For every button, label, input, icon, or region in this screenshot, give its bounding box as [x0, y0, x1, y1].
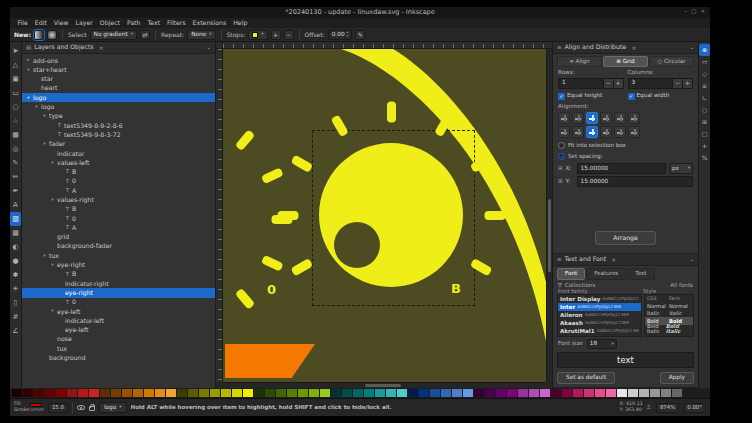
palette-swatch[interactable] [199, 389, 209, 397]
palette-swatch[interactable] [34, 389, 44, 397]
opacity-field[interactable]: 15.0 [48, 403, 68, 413]
canvas-drawing[interactable]: 0 B [223, 49, 546, 382]
expander-icon[interactable]: ▾ [49, 263, 56, 268]
expander-icon[interactable]: ▾ [41, 254, 48, 259]
font-row[interactable]: AileronAaBbCcIiPpQq12369 [558, 311, 641, 319]
palette-swatch[interactable] [144, 389, 154, 397]
layer-row[interactable]: ▾values-right [22, 195, 215, 204]
spray-tool[interactable]: ✳ [10, 282, 21, 296]
font-size-select[interactable]: 18 ▾ [587, 339, 617, 349]
palette-swatch[interactable] [254, 389, 264, 397]
palette-swatch[interactable] [210, 389, 220, 397]
expander-icon[interactable]: ▾ [41, 114, 48, 119]
palette-swatch[interactable] [595, 389, 605, 397]
calligraphy-tool[interactable]: ✒ [10, 184, 21, 198]
palette-swatch[interactable] [474, 389, 484, 397]
align-option-button[interactable] [572, 126, 584, 138]
layer-visibility-icon[interactable] [77, 405, 85, 410]
layer-row[interactable]: indicator [22, 149, 215, 158]
snap-nodes-icon[interactable]: ◇ [699, 68, 710, 80]
snap-distribution-icon[interactable]: ∟ [699, 92, 710, 104]
palette-swatch[interactable] [452, 389, 462, 397]
palette-swatch[interactable] [562, 389, 572, 397]
style-row[interactable]: NormalNormal [645, 302, 693, 310]
color-picker-tool[interactable]: ◐ [10, 240, 21, 254]
palette-swatch[interactable] [584, 389, 594, 397]
vertical-scrollbar[interactable] [546, 49, 552, 382]
palette-swatch[interactable] [573, 389, 583, 397]
layer-row[interactable]: background [22, 354, 215, 363]
columns-decrement-button[interactable]: − [673, 78, 683, 89]
menu-file[interactable]: File [14, 20, 31, 26]
node-editor-tool[interactable]: △ [10, 58, 21, 72]
linear-gradient-button[interactable] [34, 30, 44, 40]
layer-row[interactable]: nose [22, 335, 215, 344]
gradient-select[interactable]: No gradient ▾ [90, 30, 137, 40]
palette-swatch[interactable] [672, 389, 682, 397]
layer-row[interactable]: Ttext5349-9-8-3-72 [22, 130, 215, 139]
palette-swatch[interactable] [430, 389, 440, 397]
pencil-tool[interactable]: ✎ [10, 156, 21, 170]
palette-swatch[interactable] [166, 389, 176, 397]
palette-swatch[interactable] [155, 389, 165, 397]
palette-swatch[interactable] [529, 389, 539, 397]
palette-swatch[interactable] [122, 389, 132, 397]
menu-layer[interactable]: Layer [72, 20, 96, 26]
layer-row[interactable]: indicator-left [22, 316, 215, 325]
ruler-corner[interactable] [216, 42, 223, 49]
stops-select[interactable]: ▾ [248, 30, 267, 40]
palette-swatch[interactable] [364, 389, 374, 397]
align-option-button[interactable] [614, 126, 626, 138]
snap-guides-icon[interactable]: ○ [699, 104, 710, 116]
spinner-arrows[interactable]: ▴ ▾ [347, 31, 349, 38]
rows-spinner[interactable]: 1 − + [558, 78, 624, 89]
style-row[interactable]: Bold ItalicBold Italic [645, 325, 693, 333]
palette-swatch[interactable] [177, 389, 187, 397]
menu-text[interactable]: Text [144, 20, 164, 26]
eraser-tool[interactable]: ▯ [10, 296, 21, 310]
rectangle-tool[interactable]: ▭ [10, 86, 21, 100]
spin-down-icon[interactable]: ▾ [347, 35, 349, 39]
gradient-tool[interactable]: ▥ [10, 212, 21, 226]
palette-swatch[interactable] [540, 389, 550, 397]
expander-icon[interactable]: ▸ [25, 58, 32, 63]
fill-swatch[interactable] [30, 403, 42, 407]
titlebar[interactable]: *20240130 - update - linuxdaw.svg - Inks… [10, 7, 710, 18]
unit-select[interactable]: px ▾ [669, 163, 693, 174]
layer-row[interactable]: ▾type [22, 112, 215, 121]
columns-increment-button[interactable]: + [683, 78, 693, 89]
palette-swatch[interactable] [45, 389, 55, 397]
menu-help[interactable]: Help [230, 20, 251, 26]
expander-icon[interactable]: ▾ [49, 198, 56, 203]
layer-row[interactable]: indicator-right [22, 279, 215, 288]
expander-icon[interactable]: ▾ [33, 105, 40, 110]
layer-row[interactable]: ▾fader [22, 140, 215, 149]
align-option-button[interactable] [586, 112, 598, 124]
palette-swatch[interactable] [298, 389, 308, 397]
palette-swatch[interactable] [518, 389, 528, 397]
palette-swatch[interactable] [133, 389, 143, 397]
palette-swatch[interactable] [551, 389, 561, 397]
selector-tool[interactable]: ➤ [10, 44, 21, 58]
box-3d-tool[interactable]: ▦ [10, 128, 21, 142]
layer-row[interactable]: TB [22, 270, 215, 279]
text-tool[interactable]: A [10, 198, 21, 212]
align-option-button[interactable] [628, 126, 640, 138]
close-button[interactable]: × [700, 9, 705, 15]
palette-swatch[interactable] [265, 389, 275, 397]
palette-swatch[interactable] [650, 389, 660, 397]
add-stop-button[interactable]: + [271, 30, 281, 40]
palette-swatch[interactable] [485, 389, 495, 397]
layer-select[interactable]: logo ▾ [99, 402, 127, 413]
layer-row[interactable]: T0 [22, 214, 215, 223]
measure-tool[interactable]: ∠ [10, 324, 21, 338]
align-option-button[interactable] [572, 112, 584, 124]
align-option-button[interactable] [614, 112, 626, 124]
layer-row[interactable]: TA [22, 186, 215, 195]
align-option-button[interactable] [600, 126, 612, 138]
snap-alignment-icon[interactable]: ≡ [699, 80, 710, 92]
vertical-scrollbar-thumb[interactable] [548, 199, 551, 272]
zoom-field[interactable]: 874% [656, 403, 679, 413]
menu-extensions[interactable]: Extensions [189, 20, 230, 26]
repeat-select[interactable]: None ▾ [187, 30, 215, 40]
